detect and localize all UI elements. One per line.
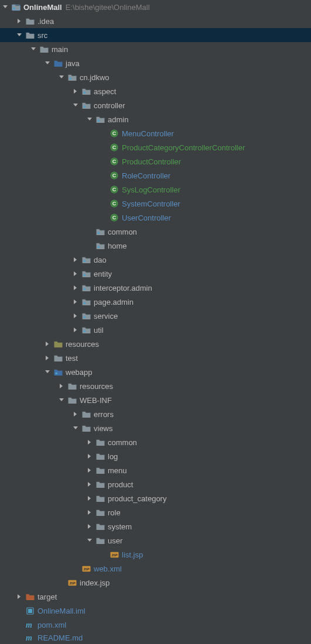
file-readme[interactable]: README.md xyxy=(0,632,311,643)
pkg-util[interactable]: util xyxy=(0,323,311,337)
pkg-controller[interactable]: controller xyxy=(0,98,311,112)
package-icon xyxy=(95,226,105,237)
expand-arrow-down-icon[interactable] xyxy=(14,30,25,40)
file-list-jsp[interactable]: list.jsp xyxy=(0,547,311,562)
project-icon xyxy=(11,2,21,12)
folder-web-inf[interactable]: WEB-INF xyxy=(0,393,311,407)
expand-arrow-right-icon[interactable] xyxy=(84,521,95,532)
class-syslogcontroller[interactable]: SysLogController xyxy=(0,182,311,197)
expand-arrow-right-icon[interactable] xyxy=(42,353,53,363)
expand-arrow-right-icon[interactable] xyxy=(84,437,95,447)
node-label: home xyxy=(108,242,131,250)
folder-resources-main[interactable]: resources xyxy=(0,337,311,351)
expand-arrow-right-icon[interactable] xyxy=(70,311,81,321)
folder-grey-icon xyxy=(81,423,91,433)
node-label: cn.jdkwo xyxy=(80,73,113,82)
expand-arrow-right-icon[interactable] xyxy=(84,507,95,518)
folder-views[interactable]: views xyxy=(0,421,311,435)
pkg-cn-jdkwo[interactable]: cn.jdkwo xyxy=(0,70,311,84)
expand-arrow-down-icon[interactable] xyxy=(56,395,67,405)
expand-arrow-right-icon[interactable] xyxy=(42,339,53,349)
expand-arrow-right-icon[interactable] xyxy=(70,283,81,293)
folder-main[interactable]: main xyxy=(0,42,311,56)
class-icon xyxy=(109,198,119,209)
class-productcontroller[interactable]: ProductController xyxy=(0,154,311,168)
expand-arrow-right-icon[interactable] xyxy=(70,297,81,307)
expand-arrow-right-icon[interactable] xyxy=(70,86,81,97)
pkg-interceptor-admin[interactable]: interceptor.admin xyxy=(0,281,311,295)
expand-arrow-right-icon[interactable] xyxy=(70,325,81,335)
expand-arrow-right-icon[interactable] xyxy=(70,409,81,419)
node-label: UserController xyxy=(122,213,175,222)
folder-errors[interactable]: errors xyxy=(0,407,311,421)
expand-arrow-right-icon[interactable] xyxy=(84,451,95,462)
file-index-jsp[interactable]: index.jsp xyxy=(0,576,311,590)
folder-views-menu[interactable]: menu xyxy=(0,463,311,477)
pkg-dao[interactable]: dao xyxy=(0,253,311,267)
folder-java[interactable]: java xyxy=(0,56,311,70)
expand-arrow-right-icon[interactable] xyxy=(14,591,25,602)
class-icon xyxy=(109,212,119,223)
folder-grey-icon xyxy=(53,353,63,363)
svg-point-12 xyxy=(69,77,71,80)
expand-arrow-right-icon[interactable] xyxy=(84,493,95,504)
folder-views-product[interactable]: product xyxy=(0,477,311,491)
pkg-home[interactable]: home xyxy=(0,239,311,253)
node-label: RoleController xyxy=(122,171,174,180)
pkg-entity[interactable]: entity xyxy=(0,267,311,281)
expand-arrow-down-icon[interactable] xyxy=(84,535,95,546)
expand-arrow-down-icon[interactable] xyxy=(70,100,81,111)
folder-views-user[interactable]: user xyxy=(0,533,311,547)
pom-icon xyxy=(25,632,35,643)
folder-webapp[interactable]: webapp xyxy=(0,365,311,379)
file-web-xml[interactable]: web.xml xyxy=(0,562,311,576)
expand-arrow-right-icon[interactable] xyxy=(14,16,25,26)
folder-grey-icon xyxy=(95,507,105,518)
package-icon xyxy=(95,114,105,125)
expand-arrow-right-icon[interactable] xyxy=(56,381,67,391)
class-systemcontroller[interactable]: SystemController xyxy=(0,197,311,211)
expand-arrow-down-icon[interactable] xyxy=(42,58,53,68)
folder-idea[interactable]: .idea xyxy=(0,14,311,28)
folder-src[interactable]: src xyxy=(0,28,311,42)
folder-webapp-resources[interactable]: resources xyxy=(0,379,311,393)
folder-views-log[interactable]: log xyxy=(0,449,311,463)
class-menucontroller[interactable]: MenuController xyxy=(0,126,311,140)
folder-views-system[interactable]: system xyxy=(0,519,311,533)
expand-arrow-right-icon[interactable] xyxy=(84,465,95,476)
file-pom[interactable]: pom.xml xyxy=(0,618,311,632)
pkg-admin[interactable]: admin xyxy=(0,112,311,126)
svg-point-15 xyxy=(97,119,100,122)
expand-arrow-right-icon[interactable] xyxy=(70,254,81,265)
expand-arrow-right-icon[interactable] xyxy=(84,479,95,490)
expand-arrow-down-icon[interactable] xyxy=(42,367,53,377)
pkg-common[interactable]: common xyxy=(0,225,311,239)
class-rolecontroller[interactable]: RoleController xyxy=(0,168,311,182)
expand-arrow-down-icon[interactable] xyxy=(56,72,67,82)
node-label: admin xyxy=(108,115,132,124)
node-label: pom.xml xyxy=(37,621,70,629)
folder-target[interactable]: target xyxy=(0,590,311,604)
folder-views-product-category[interactable]: product_category xyxy=(0,491,311,505)
node-label: OnlineMall xyxy=(23,3,66,12)
class-usercontroller[interactable]: UserController xyxy=(0,211,311,225)
jsp-icon xyxy=(81,563,91,574)
folder-grey-icon xyxy=(67,395,77,405)
file-iml[interactable]: OnlineMall.iml xyxy=(0,604,311,618)
expand-arrow-down-icon[interactable] xyxy=(70,423,81,433)
folder-grey-icon xyxy=(67,381,77,391)
folder-views-role[interactable]: role xyxy=(0,505,311,519)
folder-views-common[interactable]: common xyxy=(0,435,311,449)
expand-arrow-right-icon[interactable] xyxy=(70,268,81,279)
svg-point-19 xyxy=(83,274,86,276)
folder-test[interactable]: test xyxy=(0,351,311,365)
pkg-page-admin[interactable]: page.admin xyxy=(0,295,311,309)
expand-arrow-down-icon[interactable] xyxy=(0,2,11,12)
project-root[interactable]: OnlineMallE:\bishe\gitee\OnlineMall xyxy=(0,0,311,14)
project-tree[interactable]: OnlineMallE:\bishe\gitee\OnlineMall.idea… xyxy=(0,0,311,643)
class-productcategory[interactable]: ProductCategoryControllerController xyxy=(0,140,311,154)
expand-arrow-down-icon[interactable] xyxy=(84,114,95,125)
expand-arrow-down-icon[interactable] xyxy=(28,44,39,54)
pkg-service[interactable]: service xyxy=(0,309,311,323)
pkg-aspect[interactable]: aspect xyxy=(0,84,311,98)
